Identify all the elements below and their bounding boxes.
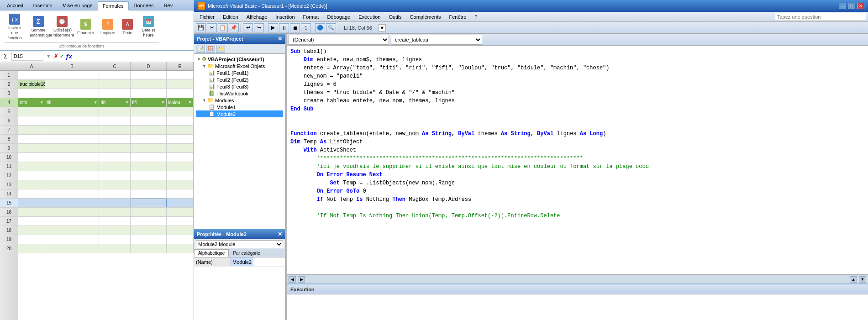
cell-b2[interactable] xyxy=(45,80,99,89)
toolbar-watch[interactable]: 🔍 xyxy=(326,23,336,32)
cell-a10[interactable] xyxy=(18,153,45,162)
toolbar-undo[interactable]: ↩ xyxy=(243,23,253,32)
financial-btn[interactable]: $ Financier xyxy=(75,17,96,37)
dropdown-arrow-e4[interactable]: ▼ xyxy=(188,100,192,105)
cell-c15[interactable] xyxy=(99,199,131,207)
row-header-5[interactable]: 5 xyxy=(0,107,18,116)
row-header-15[interactable]: 15 xyxy=(0,199,18,208)
cell-b5[interactable] xyxy=(45,107,99,116)
cell-e8[interactable] xyxy=(167,135,194,143)
menu-insertion[interactable]: Insertion xyxy=(272,13,298,21)
cell-d9[interactable] xyxy=(131,144,167,152)
col-header-b[interactable]: B xyxy=(45,62,99,70)
cell-e19[interactable] xyxy=(167,235,194,244)
tree-feuil1[interactable]: 📊 Feuil1 (Feuil1) xyxy=(196,69,283,76)
row-header-10[interactable]: 10 xyxy=(0,153,18,162)
cell-c9[interactable] xyxy=(99,144,131,152)
menu-edition[interactable]: Edition xyxy=(219,13,242,21)
row-header-4[interactable]: 4 xyxy=(0,98,18,107)
cell-d4[interactable]: fifi ▼ xyxy=(131,98,167,107)
cell-b9[interactable] xyxy=(45,144,99,152)
menu-fichier[interactable]: Fichier xyxy=(196,13,218,21)
cell-c17[interactable] xyxy=(99,217,131,226)
dropdown-arrow-c4[interactable]: ▼ xyxy=(125,100,129,105)
confirm-formula-icon[interactable]: ✓ xyxy=(60,53,64,59)
cell-b7[interactable] xyxy=(45,126,99,134)
cell-d7[interactable] xyxy=(131,126,167,134)
cell-e18[interactable] xyxy=(167,226,194,235)
row-header-12[interactable]: 12 xyxy=(0,171,18,180)
tree-feuil3[interactable]: 📊 Feuil3 (Feuil3) xyxy=(196,83,283,90)
cell-a18[interactable] xyxy=(18,226,45,235)
tab-accueil[interactable]: Accueil xyxy=(2,1,28,10)
cell-a1[interactable] xyxy=(18,71,45,79)
close-btn[interactable]: ✕ xyxy=(857,3,864,9)
ask-question-input[interactable] xyxy=(775,13,866,21)
tree-feuil2[interactable]: 📊 Feuil2 (Feuil2) xyxy=(196,76,283,83)
cell-a3[interactable] xyxy=(18,89,45,98)
cell-c6[interactable] xyxy=(99,116,131,125)
col-header-a[interactable]: A xyxy=(18,62,45,70)
cell-c8[interactable] xyxy=(99,135,131,143)
col-header-c[interactable]: C xyxy=(99,62,131,70)
cell-b20[interactable] xyxy=(45,244,99,253)
dropdown-arrow-d4[interactable]: ▼ xyxy=(161,100,165,105)
row-header-3[interactable]: 3 xyxy=(0,89,18,98)
cell-c2[interactable] xyxy=(99,80,131,89)
cell-d10[interactable] xyxy=(131,153,167,162)
cell-d1[interactable] xyxy=(131,71,167,79)
used-recently-btn[interactable]: 🕐 Utilisée(s) récemment xyxy=(51,15,73,39)
cell-d16[interactable] xyxy=(131,208,167,216)
toolbar-cut[interactable]: ✂ xyxy=(207,23,217,32)
cell-e16[interactable] xyxy=(167,208,194,216)
cell-c14[interactable] xyxy=(99,189,131,198)
menu-fenetre[interactable]: Fenêtre xyxy=(445,13,470,21)
tree-modules[interactable]: ▼ 📁 Modules xyxy=(196,97,283,104)
cell-e1[interactable] xyxy=(167,71,194,79)
cell-c19[interactable] xyxy=(99,235,131,244)
props-panel-close[interactable]: ✕ xyxy=(278,231,282,237)
name-box[interactable] xyxy=(11,52,43,61)
cell-a11[interactable] xyxy=(18,162,45,171)
tab-alphabetique[interactable]: Alphabétique xyxy=(194,249,229,257)
cell-b1[interactable] xyxy=(45,71,99,79)
tab-donnees[interactable]: Données xyxy=(129,1,159,10)
cell-a7[interactable] xyxy=(18,126,45,134)
row-header-19[interactable]: 19 xyxy=(0,235,18,244)
cell-c20[interactable] xyxy=(99,244,131,253)
row-header-2[interactable]: 2 xyxy=(0,80,18,89)
cell-e7[interactable] xyxy=(167,126,194,134)
cell-c16[interactable] xyxy=(99,208,131,216)
cell-e3[interactable] xyxy=(167,89,194,98)
cancel-formula-icon[interactable]: ✗ xyxy=(54,53,58,59)
cell-d11[interactable] xyxy=(131,162,167,171)
menu-affichage[interactable]: Affichage xyxy=(243,13,271,21)
cell-b16[interactable] xyxy=(45,208,99,216)
cell-a5[interactable] xyxy=(18,107,45,116)
procedure-dropdown[interactable]: create_tableau xyxy=(391,35,482,45)
cell-e13[interactable] xyxy=(167,180,194,189)
cell-c18[interactable] xyxy=(99,226,131,235)
dropdown-arrow-a4[interactable]: ▼ xyxy=(40,100,43,105)
toolbar-copy[interactable]: 📋 xyxy=(218,23,228,32)
cell-c11[interactable] xyxy=(99,162,131,171)
toggle-folders-btn[interactable]: 📁 xyxy=(216,45,225,53)
toolbar-save[interactable]: 💾 xyxy=(196,23,206,32)
row-header-8[interactable]: 8 xyxy=(0,135,18,144)
cell-d17[interactable] xyxy=(131,217,167,226)
cell-a15[interactable] xyxy=(18,199,45,207)
cell-b18[interactable] xyxy=(45,226,99,235)
props-module-select[interactable]: Module2 Module xyxy=(196,240,283,248)
cell-b6[interactable] xyxy=(45,116,99,125)
cell-d3[interactable] xyxy=(131,89,167,98)
cell-b13[interactable] xyxy=(45,180,99,189)
row-header-9[interactable]: 9 xyxy=(0,144,18,153)
project-panel-close[interactable]: ✕ xyxy=(278,36,282,42)
cell-a4[interactable]: toto ▼ xyxy=(18,98,45,107)
tree-module2[interactable]: 📋 Module2 xyxy=(196,110,283,117)
row-header-7[interactable]: 7 xyxy=(0,126,18,135)
cell-e12[interactable] xyxy=(167,171,194,180)
row-header-1[interactable]: 1 xyxy=(0,71,18,80)
cell-e5[interactable] xyxy=(167,107,194,116)
minimize-btn[interactable]: ─ xyxy=(839,3,846,9)
